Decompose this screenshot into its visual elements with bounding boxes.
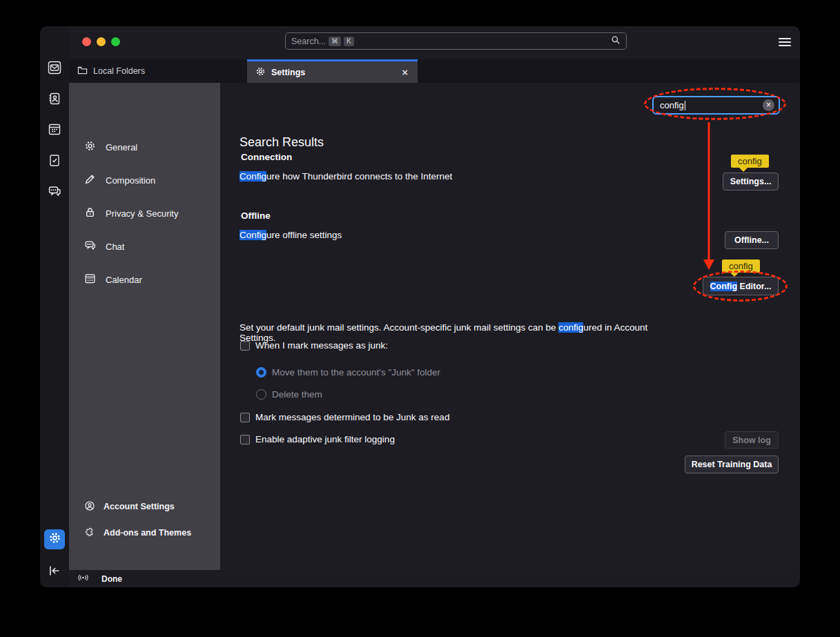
tab-label: Local Folders xyxy=(93,66,145,76)
highlight-config: config xyxy=(558,322,583,333)
sidebar-item-label: Account Settings xyxy=(104,502,175,511)
calendar-space-icon[interactable] xyxy=(48,122,61,136)
reset-training-data-button[interactable]: Reset Training Data xyxy=(685,455,779,473)
tasks-space-icon[interactable] xyxy=(48,153,61,167)
tab-bar: Local Folders Settings × xyxy=(69,59,800,83)
sidebar-item-account-settings[interactable]: Account Settings xyxy=(69,496,220,517)
junk-move-radio-row[interactable]: Move them to the account's "Junk" folder xyxy=(256,367,440,378)
traffic-minimize-button[interactable] xyxy=(97,37,106,46)
sidebar-item-composition[interactable]: Composition xyxy=(69,168,220,192)
radio-label: Move them to the account's "Junk" folder xyxy=(272,367,440,378)
tab-label: Settings xyxy=(271,68,305,77)
config-match-tooltip: config xyxy=(731,155,769,168)
chat-space-icon[interactable] xyxy=(48,184,61,198)
settings-sidebar: General Composition Privacy & Security C… xyxy=(69,83,220,570)
folder-icon xyxy=(77,65,88,77)
app-menu-icon[interactable] xyxy=(778,36,792,48)
traffic-zoom-button[interactable] xyxy=(111,37,120,46)
junk-logging-checkbox-row[interactable]: Enable adaptive junk filter logging xyxy=(240,434,395,444)
highlight-config: Config xyxy=(240,171,266,182)
status-text: Done xyxy=(101,574,122,584)
connection-result-rest: ure how Thunderbird connects to the Inte… xyxy=(266,171,452,182)
thunderbird-window: Search... ⌘ K Local Folders xyxy=(40,26,800,587)
k-keycap: K xyxy=(344,37,354,46)
config-editor-button[interactable]: Config Editor... xyxy=(703,277,779,295)
checkbox-unchecked[interactable] xyxy=(240,435,250,444)
junk-delete-radio-row[interactable]: Delete them xyxy=(256,389,322,400)
settings-content: config × Search Results Connection Confi… xyxy=(220,83,800,570)
show-log-button: Show log xyxy=(725,431,779,449)
sidebar-item-general[interactable]: General xyxy=(69,135,220,159)
sidebar-item-label: Privacy & Security xyxy=(106,208,178,219)
lock-icon xyxy=(84,206,96,220)
toolbar: Search... ⌘ K xyxy=(69,26,800,59)
puzzle-icon xyxy=(84,527,95,540)
settings-space-button[interactable] xyxy=(44,529,65,549)
gear-icon xyxy=(84,140,96,154)
mail-space-icon[interactable] xyxy=(48,61,61,75)
sidebar-item-label: Calendar xyxy=(106,275,142,285)
pencil-icon xyxy=(84,173,96,187)
gear-icon xyxy=(255,66,266,79)
gear-icon xyxy=(48,531,61,547)
chat-icon xyxy=(84,239,96,253)
sidebar-item-label: Composition xyxy=(106,175,155,186)
config-match-tooltip: config xyxy=(722,259,760,273)
sidebar-item-chat[interactable]: Chat xyxy=(69,235,220,258)
radio-selected[interactable] xyxy=(256,367,266,378)
settings-body: General Composition Privacy & Security C… xyxy=(69,83,800,570)
sidebar-item-label: Chat xyxy=(106,242,124,252)
offline-settings-button[interactable]: Offline... xyxy=(725,231,779,249)
collapse-rail-icon[interactable] xyxy=(47,563,62,578)
radio-label: Delete them xyxy=(272,389,322,400)
offline-heading: Offline xyxy=(241,210,271,221)
junk-mark-checkbox-row[interactable]: When I mark messages as junk: xyxy=(240,340,388,351)
connection-settings-button[interactable]: Settings... xyxy=(723,173,779,190)
text-caret xyxy=(685,101,685,110)
sidebar-item-privacy-security[interactable]: Privacy & Security xyxy=(69,202,220,225)
desktop: Search... ⌘ K Local Folders xyxy=(0,0,840,637)
clear-search-icon[interactable]: × xyxy=(763,99,774,111)
checkbox-label: Mark messages determined to be Junk as r… xyxy=(255,412,449,422)
status-bar: Done xyxy=(69,570,800,587)
offline-result-rest: ure offline settings xyxy=(266,230,342,240)
tab-settings[interactable]: Settings × xyxy=(247,59,418,83)
calendar-icon xyxy=(84,273,96,286)
junk-read-checkbox-row[interactable]: Mark messages determined to be Junk as r… xyxy=(240,412,449,422)
address-book-space-icon[interactable] xyxy=(48,92,61,106)
highlight-config: Config xyxy=(240,230,266,240)
connection-heading: Connection xyxy=(241,152,292,162)
spaces-rail xyxy=(40,26,69,587)
search-placeholder: Search... xyxy=(291,37,326,46)
tab-local-folders[interactable]: Local Folders xyxy=(69,59,235,83)
sidebar-item-calendar[interactable]: Calendar xyxy=(69,268,220,291)
sidebar-item-label: Add-ons and Themes xyxy=(104,528,191,538)
sidebar-item-label: General xyxy=(106,142,137,153)
junk-intro-pre: Set your default junk mail settings. Acc… xyxy=(240,322,558,333)
close-tab-icon[interactable]: × xyxy=(400,67,409,77)
sidebar-item-addons-themes[interactable]: Add-ons and Themes xyxy=(69,522,220,543)
checkbox-label: Enable adaptive junk filter logging xyxy=(255,434,395,444)
radio-unselected[interactable] xyxy=(256,389,266,400)
checkbox-unchecked[interactable] xyxy=(240,341,250,351)
checkbox-unchecked[interactable] xyxy=(240,413,250,422)
cmd-keycap: ⌘ xyxy=(329,37,341,46)
connection-result-line[interactable]: Configure how Thunderbird connects to th… xyxy=(240,171,452,182)
account-icon xyxy=(84,500,95,513)
main-area: Search... ⌘ K Local Folders xyxy=(69,26,800,587)
activity-icon xyxy=(77,573,89,585)
search-icon xyxy=(611,35,621,47)
checkbox-label: When I mark messages as junk: xyxy=(255,340,388,351)
page-title: Search Results xyxy=(240,135,324,150)
global-search-input[interactable]: Search... ⌘ K xyxy=(285,32,627,50)
highlight-config: Config xyxy=(710,282,738,291)
traffic-close-button[interactable] xyxy=(82,37,91,46)
settings-search-value: config xyxy=(660,100,684,110)
settings-search-input[interactable]: config × xyxy=(652,96,780,115)
offline-result-line[interactable]: Configure offline settings xyxy=(240,230,342,240)
config-editor-rest: Editor... xyxy=(737,282,771,291)
